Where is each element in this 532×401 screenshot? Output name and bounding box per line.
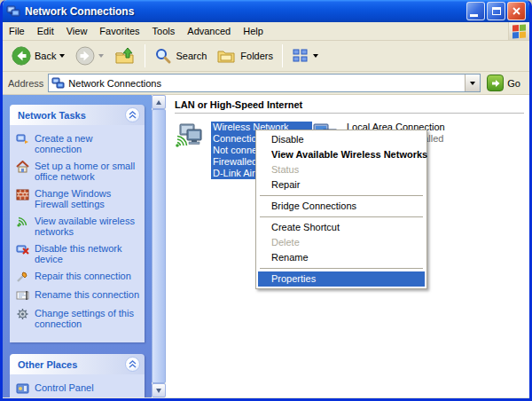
forward-dropdown-icon bbox=[98, 54, 104, 58]
context-menu: Disable View Available Wireless Networks… bbox=[255, 130, 427, 289]
place-control-panel[interactable]: Control Panel bbox=[16, 382, 142, 395]
task-change-settings[interactable]: Change settings of this connection bbox=[16, 308, 142, 329]
wireless-connection-icon bbox=[175, 122, 207, 149]
collapse-chevron-icon[interactable] bbox=[125, 107, 140, 122]
context-menu-item-create-shortcut[interactable]: Create Shortcut bbox=[258, 220, 425, 235]
minimize-icon bbox=[470, 14, 478, 17]
go-button[interactable]: Go bbox=[485, 75, 526, 91]
back-button[interactable]: Back bbox=[6, 43, 70, 69]
place-label: Control Panel bbox=[35, 382, 94, 395]
task-label: Disable this network device bbox=[35, 243, 142, 264]
task-rename-connection[interactable]: Rename this connection bbox=[16, 289, 142, 302]
menu-item-file[interactable]: File bbox=[3, 22, 31, 40]
toolbar-separator-2 bbox=[282, 44, 283, 67]
task-label: View available wireless networks bbox=[35, 216, 142, 237]
address-dropdown-button[interactable] bbox=[465, 75, 480, 91]
context-menu-item-disable[interactable]: Disable bbox=[258, 132, 425, 147]
title-bar[interactable]: Network Connections bbox=[3, 0, 529, 22]
scrollbar-thumb[interactable] bbox=[152, 109, 166, 383]
network-connections-window: Network Connections File Edit View Favor… bbox=[0, 0, 532, 401]
context-menu-item-rename[interactable]: Rename bbox=[258, 250, 425, 265]
task-disable-device[interactable]: Disable this network device bbox=[16, 243, 142, 264]
context-menu-item-bridge-connections[interactable]: Bridge Connections bbox=[258, 199, 425, 214]
views-dropdown-icon bbox=[313, 54, 318, 58]
wireless-waves-icon bbox=[16, 216, 29, 228]
task-setup-home-network[interactable]: Set up a home or small office network bbox=[16, 161, 142, 182]
network-tasks-header[interactable]: Network Tasks bbox=[10, 105, 145, 125]
task-repair-connection[interactable]: Repair this connection bbox=[16, 271, 142, 283]
menu-bar: File Edit View Favorites Tools Advanced … bbox=[3, 22, 529, 41]
address-network-icon bbox=[51, 77, 65, 90]
windows-logo-icon bbox=[508, 22, 529, 40]
address-dropdown-icon bbox=[470, 82, 475, 85]
go-label: Go bbox=[507, 78, 520, 89]
rename-icon bbox=[16, 289, 29, 302]
task-label: Rename this connection bbox=[35, 289, 139, 302]
context-menu-item-repair[interactable]: Repair bbox=[258, 177, 425, 193]
task-label: Set up a home or small office network bbox=[35, 161, 142, 182]
minimize-button[interactable] bbox=[466, 2, 485, 20]
back-dropdown-icon bbox=[59, 54, 65, 58]
search-button[interactable]: Search bbox=[149, 43, 212, 68]
scroll-down-button[interactable] bbox=[152, 383, 166, 397]
address-bar: Address Network Connections Go bbox=[3, 72, 529, 95]
scroll-down-icon bbox=[156, 389, 161, 393]
firewall-icon bbox=[16, 188, 29, 200]
forward-button[interactable] bbox=[70, 43, 109, 69]
back-icon bbox=[12, 46, 31, 66]
views-button[interactable] bbox=[286, 43, 324, 68]
sidebar-scrollbar[interactable] bbox=[152, 95, 166, 397]
menu-item-edit[interactable]: Edit bbox=[31, 22, 60, 40]
collapse-chevron-icon[interactable] bbox=[125, 357, 140, 372]
up-button[interactable] bbox=[109, 43, 141, 69]
settings-gear-icon bbox=[16, 308, 29, 320]
back-label: Back bbox=[35, 51, 56, 61]
folders-button[interactable]: Folders bbox=[212, 43, 278, 68]
up-folder-icon bbox=[114, 46, 136, 66]
context-menu-item-delete: Delete bbox=[258, 235, 425, 250]
context-menu-item-properties[interactable]: Properties bbox=[258, 271, 425, 287]
other-places-title: Other Places bbox=[18, 359, 77, 370]
context-menu-separator bbox=[260, 195, 423, 196]
home-network-icon bbox=[16, 161, 29, 173]
menu-item-view[interactable]: View bbox=[60, 22, 94, 40]
task-label: Change settings of this connection bbox=[35, 308, 142, 329]
disable-device-icon bbox=[16, 243, 29, 256]
folders-label: Folders bbox=[240, 51, 273, 61]
scroll-up-button[interactable] bbox=[152, 95, 166, 109]
task-view-wireless-networks[interactable]: View available wireless networks bbox=[16, 216, 142, 237]
close-button[interactable] bbox=[507, 2, 526, 20]
task-label: Create a new connection bbox=[35, 133, 142, 154]
search-icon bbox=[154, 47, 172, 65]
task-label: Repair this connection bbox=[35, 271, 131, 283]
new-connection-icon bbox=[16, 133, 29, 145]
toolbar-separator bbox=[145, 44, 145, 67]
context-menu-separator bbox=[260, 216, 423, 217]
task-label: Change Windows Firewall settings bbox=[35, 188, 142, 209]
window-network-icon bbox=[6, 4, 20, 19]
address-value: Network Connections bbox=[68, 78, 461, 89]
forward-icon bbox=[75, 46, 95, 66]
task-create-connection[interactable]: Create a new connection bbox=[16, 133, 142, 154]
control-panel-icon bbox=[16, 382, 29, 395]
close-icon bbox=[512, 6, 521, 16]
other-places-header[interactable]: Other Places bbox=[10, 354, 145, 374]
address-input[interactable]: Network Connections bbox=[48, 74, 481, 92]
task-change-firewall[interactable]: Change Windows Firewall settings bbox=[16, 188, 142, 209]
group-header: LAN or High-Speed Internet bbox=[175, 99, 524, 114]
scroll-up-icon bbox=[156, 100, 161, 105]
menu-item-advanced[interactable]: Advanced bbox=[181, 22, 237, 40]
window-title: Network Connections bbox=[25, 5, 465, 18]
menu-item-tools[interactable]: Tools bbox=[146, 22, 182, 40]
go-icon bbox=[487, 75, 504, 91]
maximize-icon bbox=[492, 7, 501, 15]
toolbar: Back Search bbox=[3, 41, 529, 72]
menu-item-favorites[interactable]: Favorites bbox=[93, 22, 145, 40]
network-tasks-panel: Network Tasks Create a new connection bbox=[10, 105, 145, 342]
context-menu-item-view-available-wireless-networks[interactable]: View Available Wireless Networks bbox=[258, 147, 425, 162]
menu-item-help[interactable]: Help bbox=[237, 22, 270, 40]
search-label: Search bbox=[176, 51, 207, 61]
context-menu-item-status: Status bbox=[258, 162, 425, 177]
maximize-button[interactable] bbox=[487, 2, 505, 20]
other-places-panel: Other Places Control Panel bbox=[10, 354, 145, 397]
